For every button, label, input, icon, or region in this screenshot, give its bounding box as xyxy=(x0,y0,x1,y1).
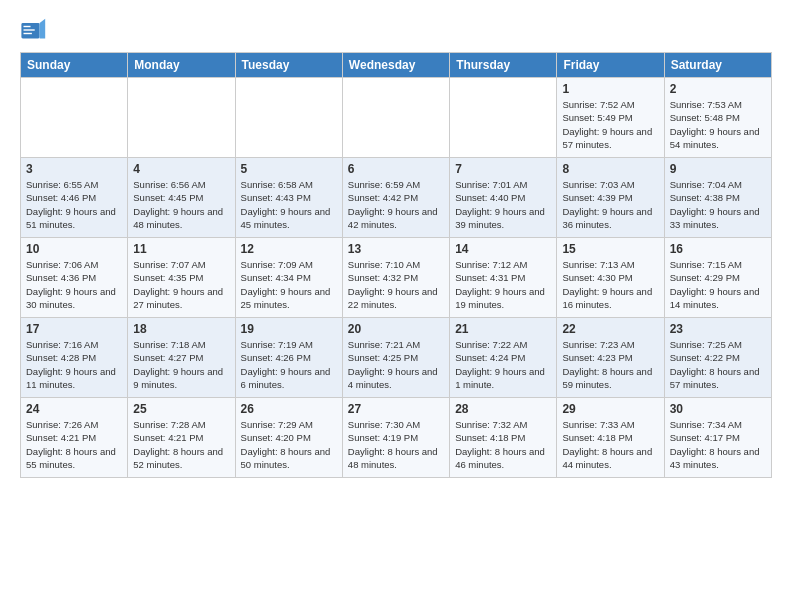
calendar-week-row: 3Sunrise: 6:55 AM Sunset: 4:46 PM Daylig… xyxy=(21,158,772,238)
day-number: 25 xyxy=(133,402,229,416)
calendar-cell: 15Sunrise: 7:13 AM Sunset: 4:30 PM Dayli… xyxy=(557,238,664,318)
calendar-cell xyxy=(450,78,557,158)
calendar-header-row: SundayMondayTuesdayWednesdayThursdayFrid… xyxy=(21,53,772,78)
calendar-cell: 3Sunrise: 6:55 AM Sunset: 4:46 PM Daylig… xyxy=(21,158,128,238)
svg-rect-3 xyxy=(24,29,35,30)
day-number: 24 xyxy=(26,402,122,416)
day-info: Sunrise: 7:22 AM Sunset: 4:24 PM Dayligh… xyxy=(455,338,551,391)
day-number: 26 xyxy=(241,402,337,416)
calendar-cell: 27Sunrise: 7:30 AM Sunset: 4:19 PM Dayli… xyxy=(342,398,449,478)
day-info: Sunrise: 6:59 AM Sunset: 4:42 PM Dayligh… xyxy=(348,178,444,231)
day-info: Sunrise: 7:32 AM Sunset: 4:18 PM Dayligh… xyxy=(455,418,551,471)
day-info: Sunrise: 7:21 AM Sunset: 4:25 PM Dayligh… xyxy=(348,338,444,391)
day-info: Sunrise: 7:52 AM Sunset: 5:49 PM Dayligh… xyxy=(562,98,658,151)
calendar-cell: 21Sunrise: 7:22 AM Sunset: 4:24 PM Dayli… xyxy=(450,318,557,398)
day-info: Sunrise: 7:53 AM Sunset: 5:48 PM Dayligh… xyxy=(670,98,766,151)
header xyxy=(20,16,772,44)
day-number: 14 xyxy=(455,242,551,256)
day-number: 15 xyxy=(562,242,658,256)
calendar-header-cell: Thursday xyxy=(450,53,557,78)
calendar-header-cell: Monday xyxy=(128,53,235,78)
calendar-cell: 8Sunrise: 7:03 AM Sunset: 4:39 PM Daylig… xyxy=(557,158,664,238)
calendar-header-cell: Tuesday xyxy=(235,53,342,78)
calendar-cell: 6Sunrise: 6:59 AM Sunset: 4:42 PM Daylig… xyxy=(342,158,449,238)
day-info: Sunrise: 7:30 AM Sunset: 4:19 PM Dayligh… xyxy=(348,418,444,471)
day-info: Sunrise: 7:09 AM Sunset: 4:34 PM Dayligh… xyxy=(241,258,337,311)
day-number: 18 xyxy=(133,322,229,336)
calendar-cell: 29Sunrise: 7:33 AM Sunset: 4:18 PM Dayli… xyxy=(557,398,664,478)
day-info: Sunrise: 7:33 AM Sunset: 4:18 PM Dayligh… xyxy=(562,418,658,471)
day-info: Sunrise: 6:58 AM Sunset: 4:43 PM Dayligh… xyxy=(241,178,337,231)
calendar-cell: 25Sunrise: 7:28 AM Sunset: 4:21 PM Dayli… xyxy=(128,398,235,478)
calendar-week-row: 17Sunrise: 7:16 AM Sunset: 4:28 PM Dayli… xyxy=(21,318,772,398)
day-info: Sunrise: 7:15 AM Sunset: 4:29 PM Dayligh… xyxy=(670,258,766,311)
day-number: 13 xyxy=(348,242,444,256)
calendar-header-cell: Saturday xyxy=(664,53,771,78)
svg-rect-0 xyxy=(21,23,39,38)
day-number: 6 xyxy=(348,162,444,176)
svg-marker-1 xyxy=(40,19,46,39)
calendar-table: SundayMondayTuesdayWednesdayThursdayFrid… xyxy=(20,52,772,478)
calendar-cell: 20Sunrise: 7:21 AM Sunset: 4:25 PM Dayli… xyxy=(342,318,449,398)
calendar-cell: 23Sunrise: 7:25 AM Sunset: 4:22 PM Dayli… xyxy=(664,318,771,398)
calendar-cell xyxy=(342,78,449,158)
calendar-cell: 7Sunrise: 7:01 AM Sunset: 4:40 PM Daylig… xyxy=(450,158,557,238)
day-info: Sunrise: 7:29 AM Sunset: 4:20 PM Dayligh… xyxy=(241,418,337,471)
day-number: 7 xyxy=(455,162,551,176)
day-number: 5 xyxy=(241,162,337,176)
day-number: 11 xyxy=(133,242,229,256)
day-info: Sunrise: 7:34 AM Sunset: 4:17 PM Dayligh… xyxy=(670,418,766,471)
day-info: Sunrise: 7:18 AM Sunset: 4:27 PM Dayligh… xyxy=(133,338,229,391)
day-number: 9 xyxy=(670,162,766,176)
calendar-cell: 18Sunrise: 7:18 AM Sunset: 4:27 PM Dayli… xyxy=(128,318,235,398)
calendar-header-cell: Sunday xyxy=(21,53,128,78)
calendar-cell: 24Sunrise: 7:26 AM Sunset: 4:21 PM Dayli… xyxy=(21,398,128,478)
calendar-header-cell: Wednesday xyxy=(342,53,449,78)
day-info: Sunrise: 7:04 AM Sunset: 4:38 PM Dayligh… xyxy=(670,178,766,231)
calendar-cell: 16Sunrise: 7:15 AM Sunset: 4:29 PM Dayli… xyxy=(664,238,771,318)
calendar-cell: 4Sunrise: 6:56 AM Sunset: 4:45 PM Daylig… xyxy=(128,158,235,238)
calendar-cell: 11Sunrise: 7:07 AM Sunset: 4:35 PM Dayli… xyxy=(128,238,235,318)
day-info: Sunrise: 7:12 AM Sunset: 4:31 PM Dayligh… xyxy=(455,258,551,311)
calendar-cell: 2Sunrise: 7:53 AM Sunset: 5:48 PM Daylig… xyxy=(664,78,771,158)
calendar-cell: 17Sunrise: 7:16 AM Sunset: 4:28 PM Dayli… xyxy=(21,318,128,398)
day-number: 17 xyxy=(26,322,122,336)
day-info: Sunrise: 7:07 AM Sunset: 4:35 PM Dayligh… xyxy=(133,258,229,311)
day-number: 1 xyxy=(562,82,658,96)
day-number: 22 xyxy=(562,322,658,336)
day-number: 19 xyxy=(241,322,337,336)
calendar-cell: 10Sunrise: 7:06 AM Sunset: 4:36 PM Dayli… xyxy=(21,238,128,318)
calendar-cell: 28Sunrise: 7:32 AM Sunset: 4:18 PM Dayli… xyxy=(450,398,557,478)
calendar-cell: 13Sunrise: 7:10 AM Sunset: 4:32 PM Dayli… xyxy=(342,238,449,318)
svg-rect-4 xyxy=(24,33,32,34)
day-info: Sunrise: 7:01 AM Sunset: 4:40 PM Dayligh… xyxy=(455,178,551,231)
day-number: 4 xyxy=(133,162,229,176)
day-info: Sunrise: 7:25 AM Sunset: 4:22 PM Dayligh… xyxy=(670,338,766,391)
calendar-cell: 12Sunrise: 7:09 AM Sunset: 4:34 PM Dayli… xyxy=(235,238,342,318)
calendar-header-cell: Friday xyxy=(557,53,664,78)
calendar-body: 1Sunrise: 7:52 AM Sunset: 5:49 PM Daylig… xyxy=(21,78,772,478)
svg-rect-2 xyxy=(24,26,31,27)
day-number: 21 xyxy=(455,322,551,336)
day-number: 27 xyxy=(348,402,444,416)
day-number: 16 xyxy=(670,242,766,256)
day-info: Sunrise: 7:13 AM Sunset: 4:30 PM Dayligh… xyxy=(562,258,658,311)
day-number: 12 xyxy=(241,242,337,256)
calendar-cell: 1Sunrise: 7:52 AM Sunset: 5:49 PM Daylig… xyxy=(557,78,664,158)
calendar-cell: 9Sunrise: 7:04 AM Sunset: 4:38 PM Daylig… xyxy=(664,158,771,238)
day-info: Sunrise: 6:55 AM Sunset: 4:46 PM Dayligh… xyxy=(26,178,122,231)
calendar-cell: 30Sunrise: 7:34 AM Sunset: 4:17 PM Dayli… xyxy=(664,398,771,478)
day-info: Sunrise: 7:23 AM Sunset: 4:23 PM Dayligh… xyxy=(562,338,658,391)
logo xyxy=(20,16,52,44)
day-number: 20 xyxy=(348,322,444,336)
day-number: 30 xyxy=(670,402,766,416)
day-info: Sunrise: 7:26 AM Sunset: 4:21 PM Dayligh… xyxy=(26,418,122,471)
day-number: 3 xyxy=(26,162,122,176)
day-info: Sunrise: 7:03 AM Sunset: 4:39 PM Dayligh… xyxy=(562,178,658,231)
calendar-week-row: 1Sunrise: 7:52 AM Sunset: 5:49 PM Daylig… xyxy=(21,78,772,158)
day-info: Sunrise: 7:19 AM Sunset: 4:26 PM Dayligh… xyxy=(241,338,337,391)
calendar-cell xyxy=(128,78,235,158)
calendar-cell: 26Sunrise: 7:29 AM Sunset: 4:20 PM Dayli… xyxy=(235,398,342,478)
page: SundayMondayTuesdayWednesdayThursdayFrid… xyxy=(0,0,792,488)
day-number: 28 xyxy=(455,402,551,416)
